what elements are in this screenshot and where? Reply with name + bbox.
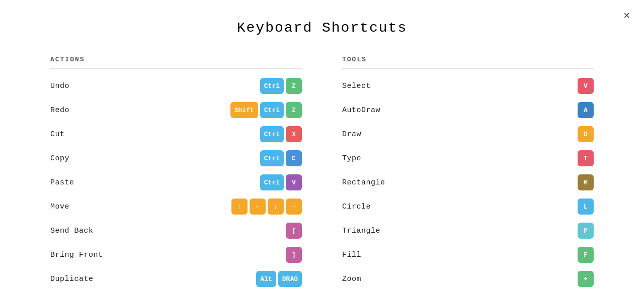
actions-rows: UndoCtrlZRedoShiftCtrlZCutCtrlXCopyCtrlC… (50, 77, 302, 288)
table-row: DrawD (342, 125, 594, 143)
key-group: ShiftCtrlZ (230, 102, 302, 118)
close-button[interactable]: × (623, 10, 630, 21)
table-row: CopyCtrlC (50, 149, 302, 167)
table-row: TriangleP (342, 222, 594, 240)
key-badge: Ctrl (260, 78, 284, 94)
key-badge: A (578, 102, 594, 118)
key-badge: D (578, 126, 594, 142)
key-badge: M (578, 174, 594, 190)
key-group: M (578, 174, 594, 190)
key-badge: P (578, 223, 594, 239)
key-group: T (578, 150, 594, 166)
row-label: AutoDraw (342, 106, 380, 115)
table-row: TypeT (342, 149, 594, 167)
row-label: Bring Front (50, 251, 103, 259)
actions-header: ACTIONS (50, 56, 302, 63)
table-row: FillF (342, 246, 594, 264)
key-badge: + (578, 271, 594, 287)
key-badge: → (286, 198, 302, 215)
row-label: Cut (50, 130, 65, 139)
key-badge: V (286, 174, 302, 190)
key-badge: Z (286, 78, 302, 94)
key-badge: V (578, 78, 594, 94)
key-group: A (578, 102, 594, 118)
key-group: [ (286, 223, 302, 239)
row-label: Duplicate (50, 275, 94, 283)
key-group: ] (286, 247, 302, 263)
key-badge: C (286, 150, 302, 166)
row-label: Select (342, 82, 371, 90)
row-label: Draw (342, 130, 361, 139)
key-badge: ] (286, 247, 302, 263)
key-group: CtrlV (260, 174, 302, 190)
table-row: UndoCtrlZ (50, 77, 302, 95)
row-label: Fill (342, 251, 361, 259)
key-badge: DRAG (278, 271, 302, 287)
key-badge: Ctrl (260, 174, 284, 190)
key-badge: [ (286, 223, 302, 239)
tools-header: TOOLS (342, 56, 594, 63)
key-group: CtrlZ (260, 78, 302, 94)
key-group: L (578, 198, 594, 215)
row-label: Circle (342, 203, 371, 211)
table-row: AutoDrawA (342, 101, 594, 119)
key-group: V (578, 78, 594, 94)
table-row: RectangleM (342, 173, 594, 191)
row-label: Rectangle (342, 178, 385, 187)
table-row: SelectV (342, 77, 594, 95)
row-label: Copy (50, 154, 69, 163)
key-badge: F (578, 247, 594, 263)
key-badge: Z (286, 102, 302, 118)
keyboard-shortcuts-modal: × Keyboard Shortcuts ACTIONS UndoCtrlZRe… (0, 0, 644, 299)
key-badge: T (578, 150, 594, 166)
key-group: ↑←↓→ (231, 198, 302, 215)
key-badge: Ctrl (260, 126, 284, 142)
key-badge: L (578, 198, 594, 215)
key-group: + (578, 271, 594, 287)
key-group: AltDRAG (256, 271, 302, 287)
key-badge: ↓ (268, 198, 284, 215)
key-group: P (578, 223, 594, 239)
row-label: Move (50, 203, 69, 211)
tools-divider (342, 68, 594, 69)
columns-container: ACTIONS UndoCtrlZRedoShiftCtrlZCutCtrlXC… (30, 56, 614, 294)
key-badge: X (286, 126, 302, 142)
row-label: Paste (50, 178, 74, 187)
table-row: CircleL (342, 197, 594, 216)
row-label: Zoom (342, 275, 361, 283)
table-row: PasteCtrlV (50, 173, 302, 191)
key-badge: Alt (256, 271, 276, 287)
table-row: CutCtrlX (50, 125, 302, 143)
key-group: F (578, 247, 594, 263)
row-label: Redo (50, 106, 69, 115)
key-badge: Shift (230, 102, 258, 118)
key-badge: ← (250, 198, 266, 215)
table-row: Send Back[ (50, 222, 302, 240)
table-row: Zoom+ (342, 270, 594, 288)
table-row: Move↑←↓→ (50, 197, 302, 216)
table-row: Bring Front] (50, 246, 302, 264)
table-row: DuplicateAltDRAG (50, 270, 302, 288)
row-label: Send Back (50, 227, 94, 235)
key-badge: Ctrl (260, 150, 284, 166)
key-group: CtrlX (260, 126, 302, 142)
row-label: Undo (50, 82, 69, 90)
tools-column: TOOLS SelectVAutoDrawADrawDTypeTRectangl… (342, 56, 594, 294)
key-badge: ↑ (231, 198, 248, 215)
actions-divider (50, 68, 302, 69)
key-group: D (578, 126, 594, 142)
tools-rows: SelectVAutoDrawADrawDTypeTRectangleMCirc… (342, 77, 594, 288)
table-row: RedoShiftCtrlZ (50, 101, 302, 119)
actions-column: ACTIONS UndoCtrlZRedoShiftCtrlZCutCtrlXC… (50, 56, 302, 294)
modal-title: Keyboard Shortcuts (30, 20, 614, 36)
row-label: Triangle (342, 227, 380, 235)
key-group: CtrlC (260, 150, 302, 166)
row-label: Type (342, 154, 361, 163)
key-badge: Ctrl (260, 102, 284, 118)
